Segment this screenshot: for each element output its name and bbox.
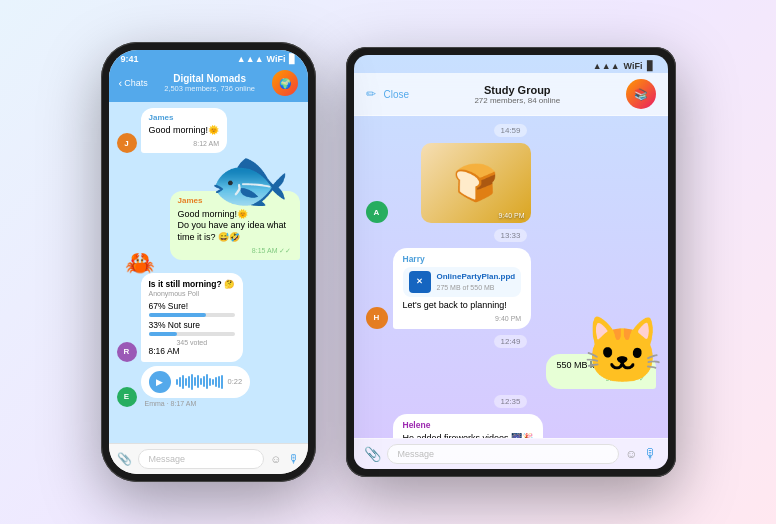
- voice-container: ▶: [141, 366, 251, 407]
- battery-icon: ▊: [289, 54, 296, 64]
- tablet-emoji-icon[interactable]: ☺: [625, 447, 637, 461]
- time-label: 12:49: [494, 335, 526, 348]
- avatar: E: [117, 387, 137, 407]
- table-row: A 🍞 9:40 PM: [366, 143, 656, 223]
- wave-bar: [197, 375, 199, 388]
- message-text: Good morning!🌞: [149, 125, 220, 137]
- phone-messages-area: J James Good morning!🌞 8:12 AM 🐟 James G…: [109, 102, 308, 443]
- wave-bar: [200, 378, 202, 385]
- message-text: He added fireworks videos 🎆🎉: [403, 433, 534, 438]
- avatar: A: [366, 201, 388, 223]
- tablet-message-input[interactable]: Message: [387, 444, 620, 464]
- monster-sticker: 🐱: [582, 318, 663, 383]
- header-center: Digital Nomads 2,503 members, 736 online: [154, 73, 266, 93]
- file-attachment[interactable]: ✕ OnlinePartyPlan.ppd 275 MB of 550 MB: [403, 267, 522, 297]
- wave-bar: [206, 374, 208, 389]
- tablet-input-placeholder: Message: [398, 449, 435, 459]
- fish-sticker: 🐟: [209, 147, 290, 212]
- tablet-screen: ▲▲▲ WiFi ▊ ✏ Close Study Group 272 membe…: [354, 55, 668, 469]
- message-bubble: Helene He added fireworks videos 🎆🎉 9:41…: [393, 414, 544, 438]
- image-timestamp: 9:40 PM: [498, 212, 524, 219]
- play-button[interactable]: ▶: [149, 371, 171, 393]
- wave-bar: [215, 377, 217, 387]
- time-label: 12:35: [494, 395, 526, 408]
- tablet-chat-subtitle: 272 members, 84 online: [417, 96, 617, 105]
- wave-bar: [218, 376, 220, 388]
- avatar: R: [117, 342, 137, 362]
- tablet-microphone-icon[interactable]: 🎙: [644, 446, 658, 462]
- tablet-group-avatar[interactable]: 📚: [626, 79, 656, 109]
- poll-votes: 345 voted: [149, 339, 236, 346]
- tablet-chat-header: ✏ Close Study Group 272 members, 84 onli…: [354, 73, 668, 116]
- table-row: R Is it still morning? 🤔 Anonymous Poll …: [117, 273, 300, 362]
- file-icon: ✕: [409, 271, 431, 293]
- poll-bar-fill: [149, 332, 178, 336]
- sender-name: Harry: [403, 254, 522, 265]
- phone-time: 9:41: [121, 54, 139, 64]
- back-button[interactable]: ‹ Chats: [119, 77, 148, 89]
- sender-name: Helene: [403, 420, 534, 431]
- close-button[interactable]: Close: [384, 89, 410, 100]
- avatar: J: [117, 133, 137, 153]
- poll-option-label: 67% Sure!: [149, 301, 236, 311]
- file-name: OnlinePartyPlan.ppd: [437, 272, 516, 282]
- wave-bar: [179, 377, 181, 387]
- tablet-status-bar: ▲▲▲ WiFi ▊: [354, 55, 668, 73]
- poll-option-label: 33% Not sure: [149, 320, 236, 330]
- file-info: OnlinePartyPlan.ppd 275 MB of 550 MB: [437, 272, 516, 291]
- close-label: Close: [384, 89, 410, 100]
- chat-title: Digital Nomads: [154, 73, 266, 84]
- group-avatar[interactable]: 🌍: [272, 70, 298, 96]
- wave-bar: [188, 376, 190, 388]
- poll-bubble: Is it still morning? 🤔 Anonymous Poll 67…: [141, 273, 244, 362]
- edit-icon[interactable]: ✏: [366, 87, 376, 101]
- sender-name: James: [149, 113, 220, 123]
- tablet-chat-title: Study Group: [417, 84, 617, 96]
- voice-duration: 0:22: [228, 377, 243, 386]
- image-message: 🍞 9:40 PM: [421, 143, 531, 223]
- phone-screen: 9:41 ▲▲▲ WiFi ▊ ‹ Chats Digital Nomads 2…: [109, 50, 308, 474]
- wave-bar: [203, 376, 205, 387]
- table-row: H Helene He added fireworks videos 🎆🎉 9:…: [366, 414, 656, 438]
- tablet-battery-icon: ▊: [647, 61, 654, 71]
- message-bubble: Harry ✕ OnlinePartyPlan.ppd 275 MB of 55…: [393, 248, 532, 329]
- wave-bar: [209, 378, 211, 386]
- poll-option: 67% Sure!: [149, 301, 236, 317]
- tablet-attachment-icon[interactable]: 📎: [364, 446, 381, 462]
- poll-bar-bg: [149, 332, 236, 336]
- microphone-icon[interactable]: 🎙: [288, 452, 300, 466]
- message-time: 8:16 AM: [149, 346, 236, 356]
- wave-bar: [221, 375, 223, 389]
- input-placeholder: Message: [149, 454, 186, 464]
- phone-status-icons: ▲▲▲ WiFi ▊: [237, 54, 296, 64]
- waveform: [176, 374, 223, 390]
- message-time: 9:40 PM: [403, 314, 522, 323]
- tablet-wifi-icon: WiFi: [624, 61, 643, 71]
- tablet-input-bar: 📎 Message ☺ 🎙: [354, 438, 668, 469]
- avatar: H: [366, 307, 388, 329]
- chat-subtitle: 2,503 members, 736 online: [154, 84, 266, 93]
- poll-question: Is it still morning? 🤔: [149, 279, 236, 289]
- phone-chat-header: ‹ Chats Digital Nomads 2,503 members, 73…: [109, 66, 308, 102]
- wave-bar: [191, 374, 193, 390]
- poll-bar-fill: [149, 313, 207, 317]
- phone-status-bar: 9:41 ▲▲▲ WiFi ▊: [109, 50, 308, 66]
- wave-bar: [182, 375, 184, 389]
- poll-bar-bg: [149, 313, 236, 317]
- voice-message[interactable]: ▶: [141, 366, 251, 398]
- crab-sticker: 🦀: [125, 249, 155, 277]
- table-row: E ▶: [117, 366, 300, 407]
- emoji-icon[interactable]: ☺: [270, 453, 281, 465]
- back-label: Chats: [124, 78, 148, 88]
- wave-bar: [212, 379, 214, 385]
- phone-input-bar: 📎 Message ☺ 🎙: [109, 443, 308, 474]
- message-input[interactable]: Message: [138, 449, 265, 469]
- attachment-icon[interactable]: 📎: [117, 452, 132, 466]
- time-label: 13:33: [494, 229, 526, 242]
- wave-bar: [176, 379, 178, 385]
- wave-bar: [185, 378, 187, 386]
- poll-option: 33% Not sure: [149, 320, 236, 336]
- wave-bar: [194, 377, 196, 386]
- message-text: Let's get back to planning!: [403, 300, 522, 312]
- tablet-device: ▲▲▲ WiFi ▊ ✏ Close Study Group 272 membe…: [346, 47, 676, 477]
